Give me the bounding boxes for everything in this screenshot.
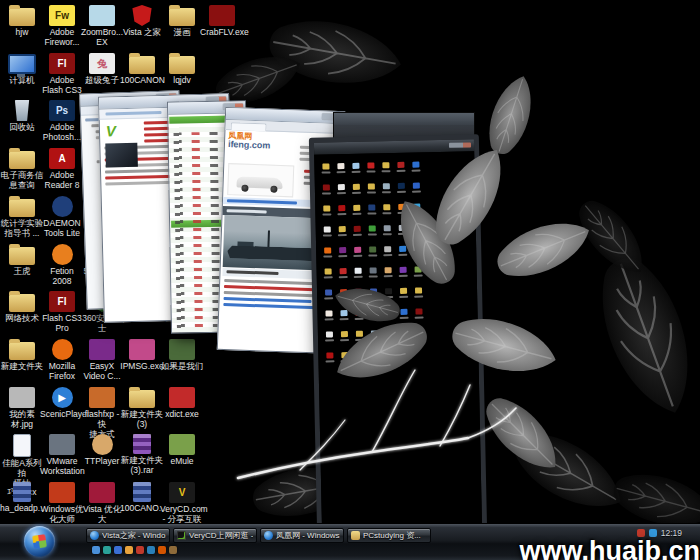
mini-desktop-icon (326, 352, 333, 358)
folder-icon (169, 8, 195, 26)
mini-desktop-icon (368, 183, 375, 189)
table-column (174, 132, 185, 328)
mini-desktop-icon (356, 352, 363, 358)
desktop-icon[interactable]: eMule (160, 434, 204, 467)
desktop-icon[interactable]: IPMSG.exe (120, 339, 164, 372)
quick-launch (92, 546, 177, 554)
desktop-icon[interactable]: CrabFLV.exe (200, 5, 244, 38)
desktop-icon[interactable]: DAEMON Tools Lite (40, 196, 84, 239)
taskbar-buttons: Vista之家 - Windo...VeryCD上网闲逛 -...凤凰网 - W… (86, 528, 431, 543)
mini-desktop-icon (415, 287, 422, 293)
desktop-icon[interactable]: 网络技术 (0, 291, 44, 324)
desktop-icon-label: IPMSG.exe (120, 362, 164, 372)
desktop-icon[interactable]: 统计学实验 指导书 ... (0, 196, 44, 239)
desktop-icon[interactable]: 我的素材.jpg (0, 387, 44, 430)
taskbar-window-button[interactable]: PCstudying 资... (347, 528, 431, 543)
desktop-icon[interactable]: 新建文件夹 (3) (120, 387, 164, 430)
mini-desktop-icon (369, 246, 376, 252)
quick-launch-icon[interactable] (136, 546, 144, 554)
mini-desktop-icon (355, 289, 362, 295)
mini-desktop-icon (337, 163, 344, 169)
desktop-icon[interactable]: 100CANO... (120, 482, 164, 514)
tile-icon (89, 387, 115, 408)
desktop-icon-label: 新建文件夹 (0, 362, 44, 372)
desktop-icon[interactable]: ZoomBro... EX (80, 5, 124, 48)
mini-desktop-icon (384, 225, 391, 231)
quick-launch-icon[interactable] (125, 546, 133, 554)
window-desktop-preview[interactable] (309, 134, 487, 537)
quick-launch-icon[interactable] (169, 546, 177, 554)
desktop-icon[interactable]: hjw (0, 5, 44, 38)
mini-desktop-icon (398, 183, 405, 189)
desktop-icon[interactable]: 100CANON (120, 53, 164, 86)
desktop-icon[interactable]: 漫画 (160, 5, 204, 38)
taskbar-window-button[interactable]: VeryCD上网闲逛 -... (173, 528, 257, 543)
tile-icon: Fl (49, 291, 75, 312)
circle-icon (92, 434, 113, 455)
desktop-icon[interactable]: Vista 之家 (120, 5, 164, 38)
desktop-icon-label: 王虎 (0, 267, 44, 277)
desktop-icon[interactable]: lqjdv (160, 53, 204, 86)
quick-launch-icon[interactable] (92, 546, 100, 554)
verycd-icon (177, 531, 186, 540)
mini-desktop-icon (355, 310, 362, 316)
mini-desktop-icon (338, 205, 345, 211)
taskbar-button-label: 凤凰网 - Windows... (276, 530, 340, 541)
desktop-icon[interactable]: Mozilla Firefox (40, 339, 84, 382)
mini-desktop-icon (386, 330, 393, 336)
desktop-icon[interactable]: 新建文件夹 (3).rar (120, 434, 164, 476)
desktop-icon[interactable]: AAdobe Reader 8 (40, 148, 84, 191)
mini-desktop-icon (383, 204, 390, 210)
desktop-icon[interactable]: EasyX Video C... (80, 339, 124, 382)
start-button[interactable] (24, 526, 55, 557)
desktop-icon[interactable]: 如果是我们 (160, 339, 204, 372)
mini-desktop-icon (400, 309, 407, 315)
desktop-icon-label: 电子商务信 息查询 (0, 171, 44, 191)
desktop-icon[interactable]: xdict.exe (160, 387, 204, 420)
desktop-icon[interactable]: 电子商务信 息查询 (0, 148, 44, 191)
text-line (224, 297, 312, 303)
quick-launch-icon[interactable] (158, 546, 166, 554)
quick-launch-icon[interactable] (147, 546, 155, 554)
desktop-icon[interactable]: ha_deadp... (0, 482, 44, 514)
quick-launch-icon[interactable] (103, 546, 111, 554)
desktop-icon[interactable]: 计算机 (0, 53, 44, 86)
desktop-icon[interactable]: Windows优 化大师 (40, 482, 84, 525)
mini-desktop-icon (323, 205, 330, 211)
taskbar-window-button[interactable]: Vista之家 - Windo... (86, 528, 170, 543)
desktop-icon[interactable]: 回收站 (0, 100, 44, 133)
tile-icon: Fw (49, 5, 75, 26)
desktop-icon[interactable]: ▶ScenicPlayer (40, 387, 84, 420)
rar-icon (133, 482, 151, 502)
text-line (224, 285, 316, 291)
desktop-icon[interactable]: FlAdobe Flash CS3 (40, 53, 84, 96)
tile-icon (9, 387, 35, 408)
desktop-icon[interactable]: PsAdobe Photosh... (40, 100, 84, 143)
desktop-icon-label: 网络技术 (0, 314, 44, 324)
mini-desktop-icon (400, 267, 407, 273)
car-ad-image[interactable] (227, 163, 294, 197)
desktop-icon[interactable]: 新建文件夹 (0, 339, 44, 372)
desktop-icon-label: Adobe Reader 8 (40, 171, 84, 191)
desktop-icon[interactable]: flashfxp - 快 捷方式 (80, 387, 124, 439)
desktop-icon[interactable]: FlFlash CS3 Pro (40, 291, 84, 334)
desktop-icon-label: 我的素材.jpg (0, 410, 44, 430)
desktop-icon[interactable]: TTPlayer (80, 434, 124, 467)
mini-desktop-icon (325, 289, 332, 295)
mini-desktop-icon (369, 225, 376, 231)
ie-icon (264, 531, 273, 540)
quick-launch-icon[interactable] (114, 546, 122, 554)
desktop-icon[interactable]: 兔超级兔子 (80, 53, 124, 86)
window-titlebar[interactable] (334, 113, 474, 125)
text-line (223, 303, 319, 309)
desktop-icon[interactable]: FwAdobe Firewor... (40, 5, 84, 48)
taskbar-window-button[interactable]: 凤凰网 - Windows... (260, 528, 344, 543)
mini-desktop-icon (383, 183, 390, 189)
desktop-icon[interactable]: Fetion 2008 (40, 244, 84, 287)
desktop-icon[interactable]: 王虎 (0, 244, 44, 277)
mini-desktop-icon (341, 352, 348, 358)
desktop-icon-label: 新建文件夹 (3).rar (120, 456, 164, 476)
desktop-icon[interactable]: VMware Workstation (40, 434, 84, 477)
ifeng-logo-en[interactable]: ifeng.com (228, 140, 271, 151)
mini-desktop-icon (398, 204, 405, 210)
